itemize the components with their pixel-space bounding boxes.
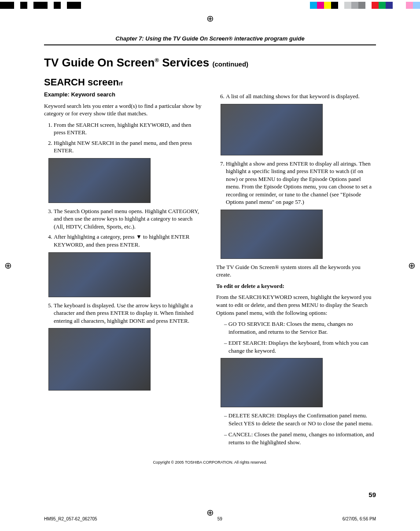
title-registered: ®	[155, 57, 159, 63]
printer-colorbar	[0, 2, 420, 9]
title-part-b: Services	[159, 56, 212, 69]
step-3: The Search Options panel menu opens. Hig…	[54, 207, 204, 231]
steps-list-left: From the SEARCH screen, highlight KEYWOR…	[44, 121, 204, 155]
right-column: A list of all matching shows for that ke…	[216, 91, 376, 450]
screenshot-results-list	[221, 104, 323, 155]
steps-list-left-3: The keyboard is displayed. Use the arrow…	[44, 302, 204, 325]
page-content: Chapter 7: Using the TV Guide On Screen®…	[44, 35, 376, 496]
search-screen-subtitle: SEARCH screenrf	[44, 77, 376, 88]
option-go-to-service-bar: – GO TO SERVICE BAR: Closes the menu, ch…	[224, 320, 376, 336]
step-1: From the SEARCH screen, highlight KEYWOR…	[54, 121, 204, 136]
screenshot-keyboard	[48, 328, 151, 391]
footer-metadata: HM95_R2_057-62_062705 59 6/27/05, 6:56 P…	[44, 516, 376, 521]
intro-paragraph: Keyword search lets you enter a word(s) …	[44, 102, 204, 118]
option-cancel: – CANCEL: Closes the panel menu, changes…	[224, 431, 376, 446]
step-7: Highlight a show and press ENTER to disp…	[226, 160, 376, 206]
subtitle-suffix: rf	[119, 81, 123, 87]
example-heading: Example: Keyword search	[44, 91, 204, 99]
registration-mark-left: ⊕	[4, 260, 12, 271]
registration-mark-right: ⊕	[408, 260, 416, 271]
footer-file: HM95_R2_057-62_062705	[44, 516, 97, 521]
steps-list-right: A list of all matching shows for that ke…	[216, 92, 376, 100]
options-list-2: – DELETE SEARCH: Displays the Confirmati…	[224, 412, 376, 446]
registration-mark-top: ⊕	[206, 13, 214, 24]
chapter-header: Chapter 7: Using the TV Guide On Screen®…	[44, 35, 376, 45]
edit-delete-body: From the SEARCH/KEYWORD screen, highligh…	[216, 293, 376, 317]
footer-date: 6/27/05, 6:56 PM	[343, 516, 376, 521]
left-column: Example: Keyword search Keyword search l…	[44, 91, 204, 450]
screenshot-new-search	[48, 158, 151, 203]
option-delete-search: – DELETE SEARCH: Displays the Confirmati…	[224, 412, 376, 427]
options-list: – GO TO SERVICE BAR: Closes the menu, ch…	[224, 320, 376, 354]
title-part-a: TV Guide On Screen	[44, 56, 155, 69]
stores-keywords-paragraph: The TV Guide On Screen® system stores al…	[216, 263, 376, 279]
step-4: After highlighting a category, press ▼ t…	[54, 233, 204, 248]
edit-delete-heading: To edit or delete a keyword:	[216, 282, 376, 290]
steps-list-right-2: Highlight a show and press ENTER to disp…	[216, 160, 376, 206]
steps-list-left-2: The Search Options panel menu opens. Hig…	[44, 207, 204, 249]
title-continued: (continued)	[212, 60, 248, 68]
page-number: 59	[368, 491, 376, 498]
screenshot-episode-options	[221, 210, 323, 259]
step-2: Highlight NEW SEARCH in the panel menu, …	[54, 139, 204, 155]
subtitle-main: SEARCH screen	[44, 77, 119, 88]
copyright-line: Copyright © 2005 TOSHIBA CORPORATION. Al…	[44, 460, 376, 465]
step-6: A list of all matching shows for that ke…	[226, 92, 376, 100]
main-title: TV Guide On Screen® Services (continued)	[44, 56, 376, 70]
step-5: The keyboard is displayed. Use the arrow…	[54, 302, 204, 325]
screenshot-search-options-edit	[221, 358, 323, 407]
option-edit-search: – EDIT SEARCH: Displays the keyboard, fr…	[224, 339, 376, 354]
footer-page: 59	[217, 516, 222, 521]
screenshot-search-options	[48, 252, 151, 297]
